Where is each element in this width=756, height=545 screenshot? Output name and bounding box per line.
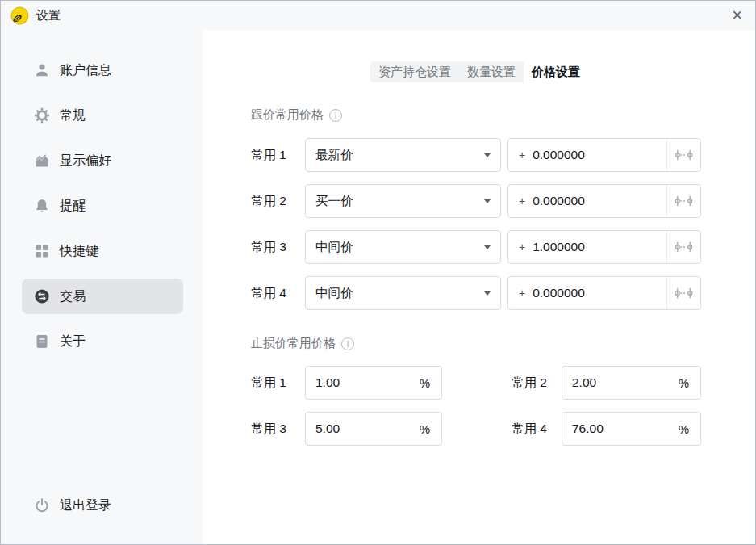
offset-field-2: + <box>507 184 701 218</box>
sidebar-item-label: 常规 <box>60 107 86 124</box>
sidebar-item-label: 关于 <box>60 333 86 350</box>
offset-input-1[interactable] <box>533 148 628 162</box>
power-icon <box>34 497 50 514</box>
row-label: 常用 4 <box>251 276 286 310</box>
stop-loss-input-4[interactable] <box>572 421 679 436</box>
chart-icon <box>34 153 50 169</box>
logout-label: 退出登录 <box>60 497 111 514</box>
offset-input-4[interactable] <box>533 286 628 300</box>
row-label: 常用 4 <box>512 412 547 446</box>
stop-loss-field-1: % <box>305 366 442 400</box>
tab-asset-position-settings[interactable]: 资产持仓设置 <box>370 61 459 82</box>
info-icon[interactable]: i <box>329 109 342 122</box>
tab-quantity-settings[interactable]: 数量设置 <box>459 61 524 82</box>
main-panel: 资产持仓设置 数量设置 价格设置 跟价常用价格 i 常用 1 最新价 + 常用 … <box>203 30 755 544</box>
percent-unit: % <box>420 376 430 390</box>
sidebar-item-account-info[interactable]: 账户信息 <box>22 52 183 88</box>
bell-icon <box>34 198 50 214</box>
swap-icon <box>34 288 50 304</box>
stop-loss-input-3[interactable] <box>315 421 420 436</box>
sidebar-item-trade[interactable]: 交易 <box>22 279 183 314</box>
offset-field-3: + <box>507 230 701 264</box>
title-bar: 设置 × <box>1 1 755 30</box>
stop-loss-field-3: % <box>305 412 442 446</box>
tick-distance-icon <box>674 287 694 300</box>
tick-step-button[interactable] <box>666 139 700 171</box>
sidebar-item-display-preferences[interactable]: 显示偏好 <box>22 143 183 178</box>
row-label: 常用 3 <box>251 230 286 264</box>
price-type-value: 中间价 <box>315 239 353 256</box>
price-type-select-3[interactable]: 中间价 <box>305 230 501 264</box>
sidebar-item-label: 提醒 <box>60 198 86 215</box>
info-icon[interactable]: i <box>341 337 354 350</box>
tick-step-button[interactable] <box>666 277 700 309</box>
close-icon[interactable]: × <box>729 6 746 24</box>
offset-input-2[interactable] <box>533 194 628 208</box>
price-type-select-2[interactable]: 买一价 <box>305 184 501 218</box>
chevron-down-icon <box>484 199 491 203</box>
offset-field-4: + <box>507 276 701 310</box>
window-title: 设置 <box>36 8 61 23</box>
user-icon <box>34 62 50 78</box>
row-label: 常用 2 <box>251 184 286 218</box>
tick-step-button[interactable] <box>666 185 700 217</box>
tick-distance-icon <box>674 149 694 161</box>
gear-icon <box>34 107 50 124</box>
logout-button[interactable]: 退出登录 <box>22 488 123 523</box>
stop-loss-section-title: 止损价常用价格 i <box>251 336 354 351</box>
chevron-down-icon <box>484 291 491 296</box>
tick-distance-icon <box>674 195 694 208</box>
grid-icon <box>34 243 50 259</box>
stop-loss-input-1[interactable] <box>315 375 420 390</box>
sidebar-item-alerts[interactable]: 提醒 <box>22 188 183 224</box>
chevron-down-icon <box>484 245 491 249</box>
tab-price-settings[interactable]: 价格设置 <box>524 61 588 82</box>
percent-unit: % <box>679 376 689 390</box>
price-type-select-1[interactable]: 最新价 <box>305 138 501 172</box>
row-label: 常用 2 <box>512 366 547 400</box>
sidebar: 账户信息 常规 显示偏好 提醒 <box>1 30 203 544</box>
sidebar-item-about[interactable]: 关于 <box>22 324 183 359</box>
sidebar-item-label: 交易 <box>60 288 86 305</box>
price-type-value: 中间价 <box>315 285 353 302</box>
tab-bar: 资产持仓设置 数量设置 价格设置 <box>370 61 588 82</box>
percent-unit: % <box>679 422 689 436</box>
tick-step-button[interactable] <box>666 231 700 263</box>
row-label: 常用 3 <box>251 412 286 446</box>
price-type-select-4[interactable]: 中间价 <box>305 276 501 310</box>
follow-price-section-title: 跟价常用价格 i <box>251 107 342 123</box>
stop-loss-field-2: % <box>562 366 701 400</box>
stop-loss-field-4: % <box>562 412 701 446</box>
sidebar-item-general[interactable]: 常规 <box>22 98 183 133</box>
offset-field-1: + <box>507 138 701 172</box>
stop-loss-input-2[interactable] <box>572 375 679 390</box>
offset-input-3[interactable] <box>533 240 628 254</box>
sidebar-item-shortcuts[interactable]: 快捷键 <box>22 233 183 269</box>
price-type-value: 最新价 <box>315 147 353 164</box>
row-label: 常用 1 <box>251 138 286 172</box>
sidebar-item-label: 快捷键 <box>60 243 98 260</box>
plus-operator: + <box>508 195 533 208</box>
chevron-down-icon <box>484 153 491 157</box>
row-label: 常用 1 <box>251 366 286 400</box>
price-type-value: 买一价 <box>315 193 353 210</box>
percent-unit: % <box>420 422 430 436</box>
sidebar-item-label: 账户信息 <box>60 62 111 79</box>
plus-operator: + <box>508 287 533 300</box>
app-logo-icon <box>10 6 29 25</box>
plus-operator: + <box>508 149 533 161</box>
sidebar-item-label: 显示偏好 <box>60 153 111 170</box>
tick-distance-icon <box>674 241 694 254</box>
plus-operator: + <box>508 241 533 254</box>
document-icon <box>34 333 50 350</box>
